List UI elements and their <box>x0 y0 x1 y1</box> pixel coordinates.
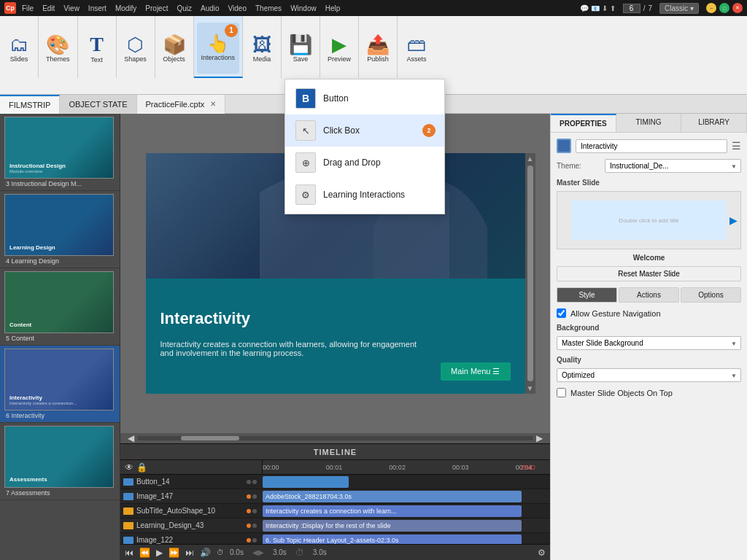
menu-view[interactable]: View <box>63 4 80 12</box>
slide-name-input[interactable] <box>576 139 727 153</box>
reset-master-slide-button[interactable]: Reset Master Slide <box>557 266 741 281</box>
text-button[interactable]: T Text <box>81 23 113 74</box>
tab-library[interactable]: LIBRARY <box>681 114 747 132</box>
media-button[interactable]: 🖼 Media <box>246 23 278 74</box>
maximize-button[interactable]: □ <box>719 3 729 13</box>
horizontal-scrollbar[interactable]: ◀ ▶ <box>120 433 550 443</box>
background-select[interactable]: Master Slide Background <box>557 336 741 350</box>
master-slide-inner: Double click to add title <box>571 201 727 241</box>
menu-project[interactable]: Project <box>145 4 168 12</box>
shapes-button[interactable]: ⬡ Shapes <box>120 23 152 74</box>
menu-insert[interactable]: Insert <box>88 4 107 12</box>
style-tab-style[interactable]: Style <box>557 287 617 303</box>
ribbon-group-interactions: 👆 Interactions 1 <box>194 16 244 78</box>
file-tab[interactable]: PracticeFile.cptx ✕ <box>137 95 226 114</box>
track-segment-subtitle: Interactivity creates a connection with … <box>263 505 522 517</box>
filmstrip-slide-3[interactable]: Content 5 Content <box>0 268 120 346</box>
filmstrip-slide-2[interactable]: Learning Design 4 Learning Design <box>0 191 120 268</box>
quality-select[interactable]: Optimized <box>557 368 741 382</box>
media-label: Media <box>253 55 271 63</box>
publish-label: Publish <box>367 55 389 63</box>
close-button[interactable]: ✕ <box>732 3 743 13</box>
track-row-subtitle: SubTitle_AutoShape_10 Interactivity crea… <box>120 504 550 518</box>
scroll-left-arrow[interactable]: ◀ <box>125 433 137 443</box>
menu-themes[interactable]: Themes <box>255 4 282 12</box>
scroll-right-arrow[interactable]: ▶ <box>533 433 546 443</box>
tab-timing[interactable]: TIMING <box>616 114 682 132</box>
master-slide-preview[interactable]: Double click to add title ▶ <box>557 191 741 249</box>
filmstrip-slide-4[interactable]: Interactivity Interactivity creates a co… <box>0 346 120 423</box>
tl-play[interactable]: ▶ <box>156 548 163 558</box>
window-controls: − □ ✕ <box>706 3 743 13</box>
dropdown-item-button[interactable]: B Button <box>285 82 444 114</box>
filmstrip-slide-1[interactable]: Instructional Design Module overview 3 I… <box>0 114 120 191</box>
text-label: Text <box>90 56 103 63</box>
track-bar-image147: AdobeStock_288218704:3.0s <box>263 489 550 503</box>
menu-video[interactable]: Video <box>228 4 247 12</box>
clickbox-menu-icon: ↖ <box>295 120 316 141</box>
tl-settings[interactable]: ⚙ <box>538 548 546 558</box>
tl-skip-end[interactable]: ⏭ <box>185 548 194 558</box>
style-tabs: Style Actions Options <box>557 287 741 303</box>
dropdown-item-dragdrop[interactable]: ⊕ Drag and Drop <box>285 147 444 179</box>
track-bar-learning: Interactivity :Display for the rest of t… <box>263 518 550 532</box>
objects-button[interactable]: 📦 Objects <box>158 23 190 74</box>
menu-file[interactable]: File <box>22 4 34 12</box>
menu-help[interactable]: Help <box>325 4 341 12</box>
tl-step-fwd[interactable]: ⏩ <box>169 548 179 558</box>
slides-button[interactable]: 🗂 Slides <box>3 23 35 74</box>
save-button[interactable]: 💾 Save <box>285 23 317 74</box>
tab-object-state[interactable]: OBJECT STATE <box>60 95 136 114</box>
menu-quiz[interactable]: Quiz <box>177 4 192 12</box>
dropdown-item-clickbox[interactable]: ↖ Click Box 2 <box>285 114 444 147</box>
filmstrip-slide-5[interactable]: Assessments 7 Assessments <box>0 423 120 500</box>
tl-sep: ◀▶ <box>252 548 264 556</box>
file-tab-close[interactable]: ✕ <box>210 100 216 108</box>
track-icon-image147 <box>123 493 133 500</box>
assets-label: Assets <box>407 55 427 63</box>
more-options-icon[interactable]: ☰ <box>732 140 741 152</box>
preview-button[interactable]: ▶ Preview <box>323 23 355 74</box>
timeline-title: TIMELINE <box>314 448 357 456</box>
tl-audio[interactable]: 🔊 <box>200 548 211 558</box>
assets-button[interactable]: 🗃 Assets <box>400 23 433 74</box>
themes-button[interactable]: 🎨 Themes <box>42 23 74 74</box>
eye-icon[interactable]: 👁 <box>125 462 133 472</box>
theme-select[interactable]: Instructional_De... <box>605 159 741 173</box>
track-icon-subtitle <box>123 508 133 515</box>
minimize-button[interactable]: − <box>706 3 716 13</box>
app-logo: Cp <box>4 2 16 14</box>
menu-audio[interactable]: Audio <box>201 4 220 12</box>
menu-edit[interactable]: Edit <box>42 4 55 12</box>
name-row: ☰ <box>557 139 741 153</box>
gesture-checkbox[interactable] <box>557 308 566 318</box>
menu-modify[interactable]: Modify <box>115 4 136 12</box>
vertical-scrollbar[interactable]: ▲ ▼ <box>525 153 535 394</box>
main-menu-button[interactable]: Main Menu ☰ <box>441 362 510 381</box>
slide-thumb-1: Instructional Design Module overview <box>4 117 114 179</box>
timeline-ruler: 00:00 00:01 00:02 00:03 00:04 END <box>263 460 550 474</box>
lock-icon[interactable]: 🔒 <box>136 462 147 472</box>
track-label-image122: Image_122 <box>120 536 263 544</box>
interactions-button[interactable]: 👆 Interactions 1 <box>197 23 240 74</box>
scrollbar-thumb[interactable] <box>181 436 239 440</box>
tl-step-back[interactable]: ⏪ <box>139 548 150 558</box>
clickbox-badge: 2 <box>422 124 436 137</box>
dropdown-item-learning[interactable]: ⚙ Learning Interactions <box>285 179 444 211</box>
classic-button[interactable]: Classic ▾ <box>659 3 699 14</box>
filmstrip-panel: Instructional Design Module overview 3 I… <box>0 114 120 560</box>
master-objects-checkbox[interactable] <box>557 388 566 397</box>
track-bar-image122: 6. Sub Topic Header Layout_2-assets-02:3… <box>263 533 550 544</box>
slide-subtitle: Interactivity creates a connection with … <box>160 340 423 357</box>
tab-properties[interactable]: PROPERTIES <box>551 114 616 132</box>
tl-skip-start[interactable]: ⏮ <box>125 548 133 558</box>
style-tab-actions[interactable]: Actions <box>619 287 679 303</box>
preview-icon: ▶ <box>332 35 347 54</box>
slide-number-input[interactable] <box>623 4 640 13</box>
ribbon-group-media: 🖼 Media <box>243 16 282 78</box>
tab-filmstrip[interactable]: FILMSTRIP <box>0 95 60 114</box>
master-slide-expand-icon[interactable]: ▶ <box>729 214 738 226</box>
publish-button[interactable]: 📤 Publish <box>362 23 394 74</box>
menu-window[interactable]: Window <box>290 4 317 12</box>
style-tab-options[interactable]: Options <box>681 287 741 303</box>
